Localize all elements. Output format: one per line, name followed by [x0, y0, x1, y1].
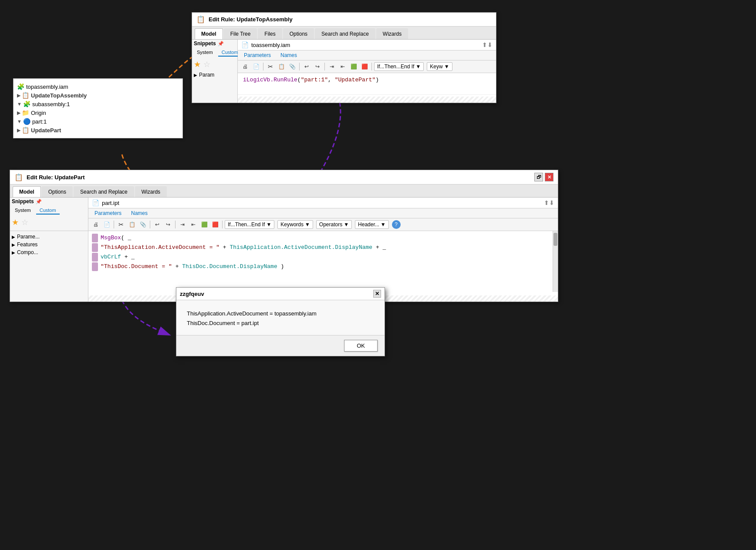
if-then-dropdown[interactable]: If...Then...End If ▼ — [374, 62, 424, 71]
bottom-file-input[interactable] — [102, 200, 541, 206]
assembly-icon: 🧩 — [17, 83, 24, 90]
tree-item-3[interactable]: ▼ 🔵 part:1 — [14, 117, 182, 126]
snippets-system-tab[interactable]: System — [193, 49, 216, 57]
bottom-window-title: Edit Rule: UpdatePart — [27, 174, 85, 181]
parameters-btn-bottom[interactable]: Parameters — [90, 209, 126, 217]
code-scroll-area: MsgBox( _ "ThisApplication.ActiveDocumen… — [88, 231, 558, 292]
bottom-custom-tab[interactable]: Custom — [36, 207, 60, 215]
new-btn[interactable]: 📄 — [251, 62, 261, 71]
snippets-header: Snippets 📌 — [192, 40, 237, 47]
tab-options-bottom[interactable]: Options — [42, 186, 73, 197]
top-file-input[interactable] — [251, 42, 479, 48]
bottom-params-row: Parameters Names — [88, 208, 558, 218]
bottom-new-btn[interactable]: 📄 — [102, 220, 111, 229]
top-file-selector: 📄 ⬆⬇ — [238, 40, 496, 50]
copy-btn[interactable]: 📋 — [277, 62, 286, 71]
parameters-btn-top[interactable]: Parameters — [240, 51, 275, 59]
undo-btn[interactable]: ↩ — [302, 62, 311, 71]
bottom-header-dropdown[interactable]: Header... ▼ — [355, 220, 389, 229]
bottom-copy-btn[interactable]: 📋 — [127, 220, 137, 229]
bottom-print-btn[interactable]: 🖨 — [91, 220, 101, 229]
bottom-outdent-btn[interactable]: ⇤ — [189, 220, 198, 229]
star-outline-icon[interactable]: ☆ — [203, 60, 210, 69]
top-code-area[interactable]: iLogicVb.RunRule("part:1", "UpdatePart") — [238, 73, 496, 95]
bottom-star-gold[interactable]: ★ — [12, 218, 19, 227]
comment-btn[interactable]: 🟩 — [349, 62, 358, 71]
tree-item-0[interactable]: ▶ 📋 UpdateTopAssembly — [14, 91, 182, 100]
rule-icon-0: 📋 — [22, 92, 29, 99]
bottom-if-then-dropdown[interactable]: If...Then...End If ▼ — [225, 220, 274, 229]
bottom-if-then-label: If...Then...End If — [228, 221, 265, 228]
bottom-window-titlebar: 📋 Edit Rule: UpdatePart 🗗 ✕ — [10, 170, 558, 184]
chevron-icon-3: ▼ — [17, 119, 22, 124]
params-chevron: ▶ — [194, 73, 197, 77]
sep1 — [263, 63, 263, 70]
tab-searchreplace-bottom[interactable]: Search and Replace — [74, 186, 134, 197]
tab-model-bottom[interactable]: Model — [13, 186, 41, 197]
tree-item-1[interactable]: ▼ 🧩 subassembly:1 — [14, 100, 182, 108]
star-icons-top: ★ ☆ — [192, 58, 237, 71]
names-btn-bottom[interactable]: Names — [127, 209, 152, 217]
ok-button[interactable]: OK — [344, 340, 378, 352]
redo-btn[interactable]: ↪ — [313, 62, 322, 71]
print-btn[interactable]: 🖨 — [240, 62, 250, 71]
bottom-cut-btn[interactable]: ✂ — [116, 220, 126, 229]
code-paren-open: ( _ — [121, 235, 131, 241]
params-chevron-b2: ▶ — [12, 250, 15, 255]
star-gold-icon[interactable]: ★ — [194, 60, 201, 69]
indent-btn[interactable]: ⇥ — [327, 62, 337, 71]
bottom-undo-btn[interactable]: ↩ — [152, 220, 162, 229]
bottom-indent-btn[interactable]: ⇥ — [178, 220, 187, 229]
params-item-bottom-1[interactable]: ▶ Features — [10, 241, 88, 248]
code-content-4: "ThisDoc.Document = " + ThisDoc.Document… — [101, 262, 549, 271]
bottom-operators-dropdown[interactable]: Operators ▼ — [316, 220, 352, 229]
params-item-top[interactable]: ▶ Param — [192, 71, 237, 79]
keywords-dropdown-top[interactable]: Keyw ▼ — [427, 62, 452, 71]
help-btn[interactable]: ? — [392, 220, 401, 229]
bottom-system-tab[interactable]: System — [11, 207, 34, 215]
tab-filetree-top[interactable]: File Tree — [224, 28, 257, 39]
cut-btn[interactable]: ✂ — [266, 62, 275, 71]
tab-files-top[interactable]: Files — [258, 28, 282, 39]
bottom-comment-btn[interactable]: 🟩 — [199, 220, 209, 229]
params-item-bottom-2[interactable]: ▶ Compo... — [10, 248, 88, 256]
params-label-b2: Compo... — [17, 249, 38, 255]
bottom-sep3 — [175, 221, 176, 228]
close-button[interactable]: ✕ — [545, 173, 554, 181]
code-paren2: ) — [375, 77, 379, 83]
file-icon-top: 📄 — [241, 41, 249, 48]
tree-root-label: topassembly.iam — [26, 84, 68, 90]
bottom-paste-btn[interactable]: 📎 — [138, 220, 148, 229]
msgbox-line2: ThisDoc.Document = part.ipt — [187, 319, 374, 328]
code-line-1: MsgBox( _ — [92, 234, 549, 242]
gutter-4 — [92, 262, 98, 271]
bottom-redo-btn[interactable]: ↪ — [163, 220, 173, 229]
scrollbar-vertical[interactable] — [553, 231, 558, 292]
params-item-bottom-0[interactable]: ▶ Parame... — [10, 233, 88, 241]
bottom-star-outline[interactable]: ☆ — [21, 218, 28, 227]
top-right-content: 📄 ⬆⬇ Parameters Names 🖨 📄 ✂ 📋 📎 ↩ ↪ ⇥ — [238, 40, 496, 103]
tab-options-top[interactable]: Options — [283, 28, 314, 39]
outdent-btn[interactable]: ⇤ — [338, 62, 348, 71]
window-controls: 🗗 ✕ — [534, 173, 554, 181]
bottom-keywords-dropdown[interactable]: Keywords ▼ — [277, 220, 313, 229]
tree-label-2: Origin — [31, 110, 46, 116]
names-btn-top[interactable]: Names — [276, 51, 301, 59]
tree-root[interactable]: 🧩 topassembly.iam — [14, 82, 182, 91]
uncomment-btn[interactable]: 🟥 — [360, 62, 369, 71]
tree-item-4[interactable]: ▶ 📋 UpdatePart — [14, 126, 182, 134]
titlebar-icon: 📋 — [196, 15, 205, 23]
bottom-operators-label: Operators — [319, 221, 342, 228]
scrollbar-thumb[interactable] — [554, 233, 557, 246]
tab-wizards-top[interactable]: Wizards — [376, 28, 408, 39]
tree-label-3: part:1 — [32, 118, 47, 125]
tab-searchreplace-top[interactable]: Search and Replace — [315, 28, 375, 39]
paste-btn[interactable]: 📎 — [287, 62, 297, 71]
tab-model-top[interactable]: Model — [195, 28, 223, 39]
tab-wizards-bottom[interactable]: Wizards — [135, 186, 167, 197]
restore-button[interactable]: 🗗 — [534, 173, 543, 181]
msgbox-close-btn[interactable]: ✕ — [373, 290, 381, 298]
bottom-uncomment-btn[interactable]: 🟥 — [210, 220, 220, 229]
tree-item-2[interactable]: ▶ 📁 Origin — [14, 108, 182, 117]
bottom-code-area[interactable]: MsgBox( _ "ThisApplication.ActiveDocumen… — [88, 231, 553, 292]
